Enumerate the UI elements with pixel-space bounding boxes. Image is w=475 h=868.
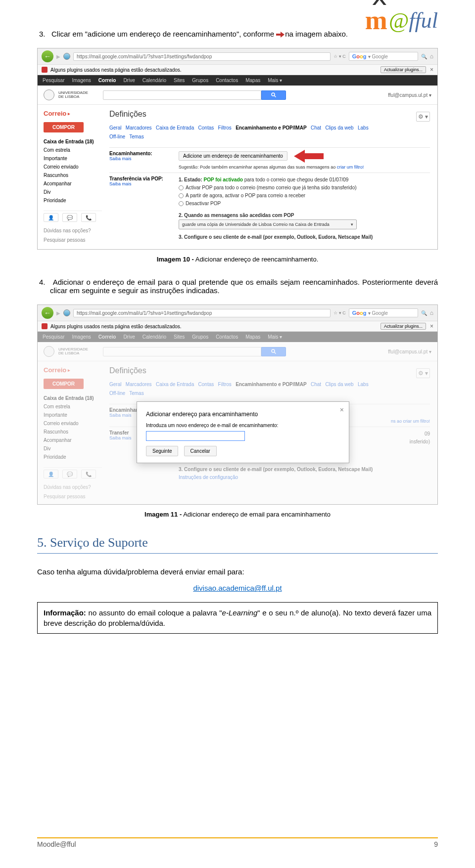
chat-icon[interactable]: 💬 [62, 470, 77, 478]
sidebar-help-link[interactable]: Dúvidas nas opções? [44, 228, 102, 233]
compose-button[interactable]: COMPOR [44, 379, 84, 389]
chat-icon[interactable]: 💬 [62, 213, 77, 222]
tab-temas[interactable]: Temas [129, 134, 143, 139]
tab-labs[interactable]: Labs [358, 125, 369, 130]
tab-encaminhamento[interactable]: Encaminhamento e POP/IMAP [236, 382, 306, 387]
nav-mapas[interactable]: Mapas [245, 334, 260, 340]
radio-icon[interactable] [179, 185, 184, 190]
person-icon[interactable]: 👤 [44, 470, 58, 478]
nav-contactos[interactable]: Contactos [216, 78, 238, 83]
folder-inbox[interactable]: Caixa de Entrada (18) [44, 394, 102, 402]
home-icon[interactable]: ⌂ [430, 309, 433, 316]
nav-correio[interactable]: Correio [98, 78, 116, 83]
phone-icon[interactable]: 📞 [81, 213, 96, 222]
close-icon[interactable]: × [430, 66, 433, 73]
tab-chat[interactable]: Chat [311, 382, 321, 387]
tab-encaminhamento[interactable]: Encaminhamento e POP/IMAP [236, 125, 306, 130]
nav-calendario[interactable]: Calendário [142, 334, 166, 340]
gear-icon[interactable]: ⚙ ▾ [416, 112, 430, 122]
folder-drafts[interactable]: Rascunhos [44, 428, 102, 436]
nav-calendario[interactable]: Calendário [142, 78, 166, 83]
nav-grupos[interactable]: Grupos [192, 78, 208, 83]
folder-div[interactable]: Div [44, 444, 102, 453]
tab-geral[interactable]: Geral [109, 382, 121, 387]
sidebar-search-people[interactable]: Pesquisar pessoas [44, 237, 102, 243]
tab-filtros[interactable]: Filtros [218, 125, 232, 130]
tab-chat[interactable]: Chat [311, 125, 321, 130]
tab-caixa[interactable]: Caixa de Entrada [156, 125, 194, 130]
user-email-menu[interactable]: fful@campus.ul.pt ▾ [388, 349, 431, 354]
folder-priority[interactable]: Prioridade [44, 453, 102, 461]
folder-inbox[interactable]: Caixa de Entrada (18) [44, 137, 102, 146]
folder-div[interactable]: Div [44, 188, 102, 196]
correio-dropdown[interactable]: Correio [44, 366, 102, 374]
add-forwarding-button[interactable]: Adicione um endereço de reencaminhamento [179, 151, 287, 161]
plugin-update-button[interactable]: Actualizar plugins... [380, 323, 426, 330]
nav-mapas[interactable]: Mapas [245, 78, 260, 83]
browser-search-box[interactable]: Goog ▾ Google [349, 52, 418, 61]
modal-email-input[interactable] [146, 431, 245, 441]
user-email-menu[interactable]: fful@campus.ul.pt ▾ [388, 92, 431, 98]
folder-starred[interactable]: Com estrela [44, 146, 102, 154]
modal-next-button[interactable]: Seguinte [146, 446, 178, 456]
modal-cancel-button[interactable]: Cancelar [184, 446, 217, 456]
tab-marcadores[interactable]: Marcadores [126, 382, 152, 387]
folder-important[interactable]: Importante [44, 154, 102, 163]
tab-filtros[interactable]: Filtros [218, 382, 232, 387]
url-bar[interactable]: https://mail.google.com/mail/u/1/?shva=1… [73, 309, 331, 317]
sidebar-search-people[interactable]: Pesquisar pessoas [44, 494, 102, 499]
nav-contactos[interactable]: Contactos [216, 334, 238, 340]
nav-mais[interactable]: Mais ▾ [268, 334, 282, 340]
gmail-search-button[interactable] [261, 347, 286, 356]
nav-sites[interactable]: Sites [174, 78, 185, 83]
nav-correio[interactable]: Correio [98, 334, 116, 340]
person-icon[interactable]: 👤 [44, 213, 58, 222]
tab-labs[interactable]: Labs [358, 382, 369, 387]
nav-grupos[interactable]: Grupos [192, 334, 208, 340]
browser-search-box[interactable]: Goog ▾ Google [349, 308, 418, 317]
sidebar-help-link[interactable]: Dúvidas nas opções? [44, 484, 102, 490]
tab-geral[interactable]: Geral [109, 125, 121, 130]
home-icon[interactable]: ⌂ [430, 53, 433, 60]
phone-icon[interactable]: 📞 [81, 470, 96, 478]
plugin-update-button[interactable]: Actualizar plugins... [380, 66, 426, 73]
nav-drive[interactable]: Drive [123, 78, 135, 83]
gmail-search-input[interactable] [103, 347, 261, 356]
support-email-link[interactable]: divisao.academica@ff.ul.pt [37, 584, 438, 592]
create-filter-link[interactable]: criar um filtro! [337, 165, 364, 170]
radio-icon[interactable] [179, 201, 184, 206]
gmail-search-input[interactable] [103, 90, 261, 100]
compose-button[interactable]: COMPOR [44, 122, 84, 132]
correio-dropdown[interactable]: Correio [44, 110, 102, 117]
tab-offline[interactable]: Off-line [109, 134, 125, 139]
nav-pesquisar[interactable]: Pesquisar [43, 334, 64, 340]
browser-back-button[interactable]: ← [42, 307, 53, 319]
folder-important[interactable]: Importante [44, 411, 102, 419]
folder-sent[interactable]: Correio enviado [44, 419, 102, 428]
browser-back-button[interactable]: ← [42, 50, 53, 62]
folder-priority[interactable]: Prioridade [44, 196, 102, 205]
close-icon[interactable]: × [430, 323, 433, 330]
browser-forward-icon[interactable]: ▶ [56, 54, 60, 59]
folder-starred[interactable]: Com estrela [44, 402, 102, 411]
url-actions[interactable]: ☆ ▾ C [333, 310, 346, 315]
gear-icon[interactable]: ⚙ ▾ [416, 368, 430, 378]
tab-temas[interactable]: Temas [129, 391, 143, 396]
folder-sent[interactable]: Correio enviado [44, 163, 102, 171]
folder-follow[interactable]: Acompanhar [44, 179, 102, 188]
tab-clips[interactable]: Clips da web [325, 125, 353, 130]
modal-close-icon[interactable]: × [340, 406, 344, 414]
gmail-search-button[interactable] [261, 90, 286, 100]
nav-drive[interactable]: Drive [123, 334, 135, 340]
saiba-mais-link[interactable]: Saiba mais [109, 156, 179, 161]
tab-marcadores[interactable]: Marcadores [126, 125, 152, 130]
pop-action-select[interactable]: guarde uma cópia de Universidade de Lisb… [179, 219, 357, 229]
tab-contas[interactable]: Contas [198, 125, 214, 130]
tab-clips[interactable]: Clips da web [325, 382, 353, 387]
nav-pesquisar[interactable]: Pesquisar [43, 78, 64, 83]
nav-imagens[interactable]: Imagens [72, 334, 91, 340]
search-loupe-icon[interactable]: 🔍 [421, 310, 427, 316]
nav-sites[interactable]: Sites [174, 334, 185, 340]
nav-imagens[interactable]: Imagens [72, 78, 91, 83]
radio-icon[interactable] [179, 193, 184, 198]
